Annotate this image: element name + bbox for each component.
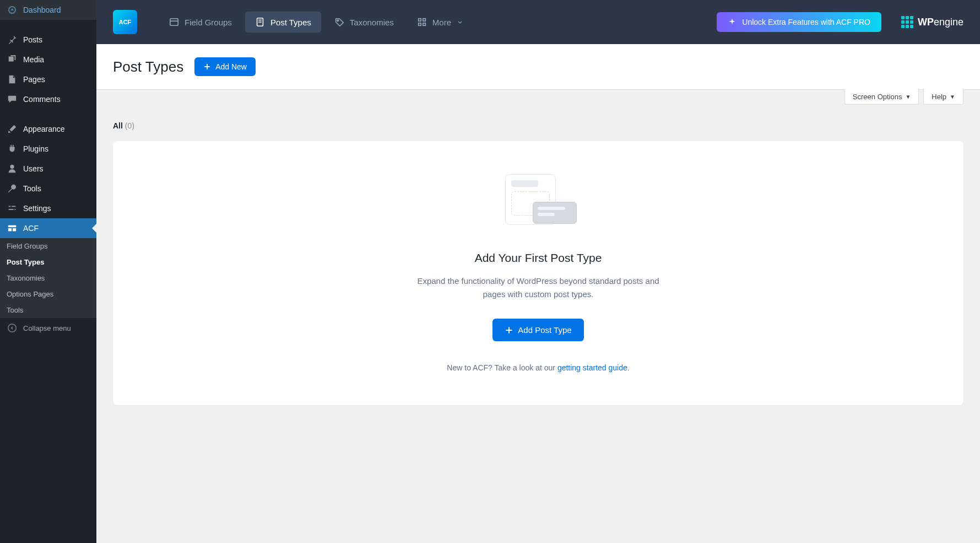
- sidebar-label: Settings: [23, 204, 51, 213]
- media-icon: [7, 54, 18, 65]
- wp-engine-brand[interactable]: WPengine: [901, 16, 963, 28]
- svg-rect-4: [170, 19, 178, 26]
- sidebar-label: Users: [23, 164, 44, 173]
- sidebar-users[interactable]: Users: [0, 159, 96, 179]
- sidebar-label: Plugins: [23, 144, 48, 153]
- pin-icon: [7, 34, 18, 45]
- acf-icon: [7, 223, 18, 234]
- empty-illustration: [505, 174, 571, 229]
- acf-toolbar: ACF Field Groups Post Types: [96, 0, 980, 44]
- chevron-down-icon: ▼: [905, 94, 911, 100]
- screen-tabs: Screen Options ▼ Help ▼: [96, 89, 980, 105]
- empty-state-card: Add Your First Post Type Expand the func…: [113, 141, 963, 405]
- svg-point-9: [337, 20, 339, 21]
- sidebar-label: Comments: [23, 95, 61, 104]
- empty-description: Expand the functionality of WordPress be…: [417, 275, 659, 301]
- sidebar-label: Media: [23, 55, 44, 64]
- svg-rect-13: [423, 23, 426, 26]
- collapse-icon: [7, 322, 18, 334]
- sidebar-label: Appearance: [23, 125, 65, 133]
- sidebar-media[interactable]: Media: [0, 50, 96, 69]
- add-new-button[interactable]: Add New: [194, 57, 256, 76]
- layout-icon: [169, 17, 179, 27]
- plus-icon: [505, 326, 513, 335]
- sidebar-tools[interactable]: Tools: [0, 179, 96, 198]
- svg-rect-2: [13, 228, 16, 231]
- svg-rect-0: [8, 225, 16, 228]
- screen-options-tab[interactable]: Screen Options ▼: [844, 89, 919, 105]
- nav-label: Post Types: [270, 18, 311, 27]
- sidebar-pages[interactable]: Pages: [0, 69, 96, 89]
- sidebar-dashboard[interactable]: Dashboard: [0, 0, 96, 20]
- chevron-down-icon: ▼: [950, 94, 955, 100]
- wrench-icon: [7, 183, 18, 194]
- dashboard-icon: [7, 4, 18, 15]
- filter-status: All (0): [113, 121, 963, 130]
- acf-nav: Field Groups Post Types Taxonomies: [159, 12, 711, 33]
- button-label: Add New: [215, 62, 247, 71]
- page-title: Post Types: [113, 58, 183, 76]
- getting-started-link[interactable]: getting started guide: [557, 363, 627, 372]
- sidebar-acf[interactable]: ACF: [0, 218, 96, 238]
- sparkle-icon: [728, 18, 737, 26]
- filter-all[interactable]: All: [113, 121, 123, 130]
- sidebar-plugins[interactable]: Plugins: [0, 139, 96, 159]
- upgrade-cta[interactable]: Unlock Extra Features with ACF PRO: [717, 12, 881, 32]
- sliders-icon: [7, 203, 18, 214]
- sidebar-label: ACF: [23, 224, 39, 233]
- sidebar-label: Pages: [23, 75, 45, 84]
- button-label: Add Post Type: [518, 325, 571, 335]
- wp-engine-logo-icon: [901, 16, 913, 28]
- plug-icon: [7, 143, 18, 154]
- nav-taxonomies[interactable]: Taxonomies: [324, 12, 404, 33]
- sidebar-label: Dashboard: [23, 6, 61, 14]
- sidebar-appearance[interactable]: Appearance: [0, 119, 96, 139]
- add-post-type-button[interactable]: Add Post Type: [492, 319, 583, 341]
- page-icon: [7, 74, 18, 85]
- sidebar-comments[interactable]: Comments: [0, 89, 96, 109]
- chevron-down-icon: [457, 19, 463, 25]
- nav-more[interactable]: More: [407, 12, 473, 33]
- acf-logo[interactable]: ACF: [113, 10, 137, 34]
- plus-icon: [203, 63, 211, 71]
- document-icon: [255, 17, 265, 27]
- sidebar-label: Tools: [23, 184, 41, 193]
- brush-icon: [7, 123, 18, 135]
- nav-field-groups[interactable]: Field Groups: [159, 12, 242, 33]
- help-tab[interactable]: Help ▼: [923, 89, 963, 105]
- submenu-post-types[interactable]: Post Types: [0, 254, 96, 270]
- svg-rect-10: [419, 19, 421, 21]
- tab-label: Help: [932, 93, 946, 101]
- tag-icon: [334, 17, 344, 27]
- collapse-menu[interactable]: Collapse menu: [0, 318, 96, 338]
- filter-count: (0): [125, 121, 134, 130]
- nav-label: Taxonomies: [350, 18, 394, 27]
- collapse-label: Collapse menu: [23, 324, 71, 332]
- sidebar-label: Posts: [23, 35, 42, 44]
- svg-rect-11: [423, 19, 426, 21]
- sidebar-settings[interactable]: Settings: [0, 198, 96, 218]
- wp-admin-sidebar: Dashboard Posts Media Pages Comments: [0, 0, 96, 543]
- nav-label: Field Groups: [185, 18, 232, 27]
- empty-footer: New to ACF? Take a look at our getting s…: [135, 363, 941, 372]
- empty-title: Add Your First Post Type: [135, 251, 941, 265]
- tab-label: Screen Options: [853, 93, 902, 101]
- page-header: Post Types Add New: [96, 44, 980, 90]
- grid-icon: [417, 17, 427, 27]
- submenu-tools[interactable]: Tools: [0, 302, 96, 318]
- nav-post-types[interactable]: Post Types: [245, 12, 321, 33]
- submenu-options-pages[interactable]: Options Pages: [0, 286, 96, 302]
- cta-label: Unlock Extra Features with ACF PRO: [742, 18, 870, 26]
- comment-icon: [7, 94, 18, 105]
- nav-label: More: [432, 18, 451, 27]
- sidebar-posts[interactable]: Posts: [0, 30, 96, 50]
- svg-rect-12: [419, 23, 421, 26]
- submenu-field-groups[interactable]: Field Groups: [0, 238, 96, 254]
- acf-submenu: Field Groups Post Types Taxonomies Optio…: [0, 238, 96, 318]
- user-icon: [7, 163, 18, 174]
- svg-rect-1: [8, 228, 12, 231]
- submenu-taxonomies[interactable]: Taxonomies: [0, 270, 96, 286]
